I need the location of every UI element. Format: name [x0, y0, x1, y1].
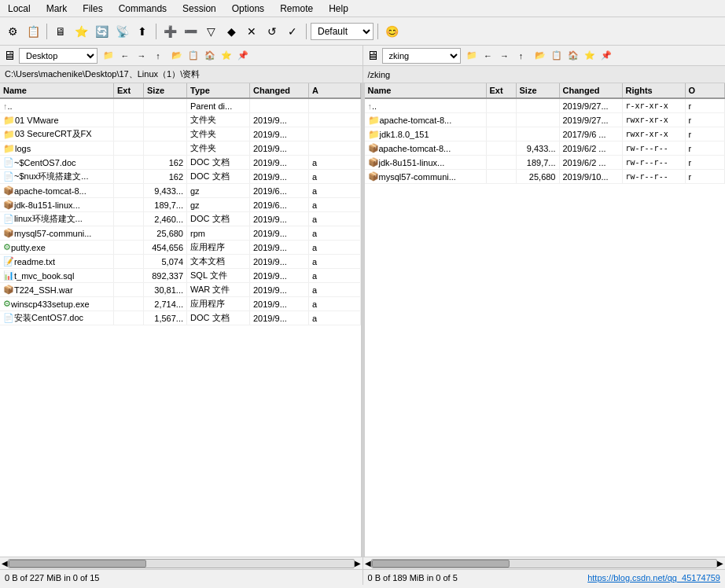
toolbar-sep-4 — [377, 24, 378, 39]
left-address-dropdown[interactable]: Desktop — [19, 48, 98, 64]
left-up-btn[interactable]: ↑ — [150, 48, 166, 64]
toolbar-remove-btn[interactable]: ➖ — [181, 22, 200, 41]
left-col-name[interactable]: Name — [0, 83, 114, 97]
website-link[interactable]: https://blog.csdn.net/qq_45174759 — [587, 573, 720, 582]
left-hscroll-thumb[interactable] — [9, 560, 146, 568]
right-btn2[interactable]: 📋 — [549, 48, 565, 64]
right-browse-btn[interactable]: 📁 — [464, 48, 480, 64]
left-btn3[interactable]: 🏠 — [202, 48, 218, 64]
toolbar-filter-btn[interactable]: ▽ — [201, 22, 220, 41]
right-col-name[interactable]: Name — [365, 83, 487, 97]
address-row: 🖥 Desktop 📁 ← → ↑ 📂 📋 🏠 ⭐ 📌 🖥 zking 📁 ← … — [0, 46, 725, 66]
toolbar-star-btn[interactable]: ⭐ — [72, 22, 90, 41]
table-row[interactable]: 📁01 VMware 文件夹 2019/9... — [0, 113, 361, 127]
table-row[interactable]: 📁apache-tomcat-8... 2019/9/27... rwxr-xr… — [365, 113, 726, 127]
right-address-icons: 📁 ← → ↑ — [464, 48, 529, 64]
toolbar-check-btn[interactable]: ✓ — [283, 22, 302, 41]
menu-local[interactable]: Local — [3, 2, 35, 16]
right-btn3[interactable]: 🏠 — [565, 48, 581, 64]
left-col-type[interactable]: Type — [187, 83, 250, 97]
right-col-size[interactable]: Size — [517, 83, 560, 97]
table-row[interactable]: 📄linux环境搭建文... 2,460... DOC 文档 2019/9...… — [0, 212, 361, 226]
right-btn1[interactable]: 📂 — [532, 48, 548, 64]
menu-files[interactable]: Files — [78, 2, 107, 16]
toolbar-add-btn[interactable]: ➕ — [160, 22, 179, 41]
toolbar-settings-btn[interactable]: ⚙ — [3, 22, 22, 41]
menu-help[interactable]: Help — [324, 2, 353, 16]
table-row[interactable]: ⚙putty.exe 454,656 应用程序 2019/9... a — [0, 241, 361, 255]
toolbar-compare-btn[interactable]: 🖥 — [51, 22, 70, 41]
right-btn4[interactable]: ⭐ — [582, 48, 598, 64]
toolbar-refresh-btn[interactable]: 🔄 — [92, 22, 111, 41]
toolbar-upload-btn[interactable]: ⬆ — [133, 22, 152, 41]
right-col-rights[interactable]: Rights — [623, 83, 686, 97]
table-row[interactable]: ↑.. Parent di... — [0, 99, 361, 113]
left-hscroll-track[interactable] — [8, 559, 355, 568]
table-row[interactable]: 📁logs 文件夹 2019/9... — [0, 141, 361, 156]
toolbar-avatar-btn[interactable]: 😊 — [382, 22, 401, 41]
right-forward-btn[interactable]: → — [497, 48, 513, 64]
left-scroll-right[interactable]: ▶ — [355, 559, 361, 568]
left-browse-btn[interactable]: 📁 — [101, 48, 116, 64]
table-row[interactable]: 📦apache-tomcat-8... 9,433... 2019/6/2 ..… — [365, 141, 726, 156]
table-row[interactable]: 📦T224_SSH.war 30,81... WAR 文件 2019/9... … — [0, 283, 361, 297]
right-col-changed[interactable]: Changed — [560, 83, 623, 97]
table-row[interactable]: 📁03 SecureCRT及FX 文件夹 2019/9... — [0, 127, 361, 141]
right-back-btn[interactable]: ← — [480, 48, 496, 64]
table-row[interactable]: 📊t_mvc_book.sql 892,337 SQL 文件 2019/9...… — [0, 269, 361, 283]
table-row[interactable]: 📝readme.txt 5,074 文本文档 2019/9... a — [0, 255, 361, 269]
table-row[interactable]: 📦mysql57-communi... 25,680 rpm 2019/9...… — [0, 226, 361, 241]
toolbar-copy-btn[interactable]: 📋 — [24, 22, 42, 41]
menu-remote[interactable]: Remote — [275, 2, 318, 16]
left-btn4[interactable]: ⭐ — [219, 48, 234, 64]
main-panels: Name Ext Size Type Changed A ↑.. Parent … — [0, 83, 725, 557]
menu-mark[interactable]: Mark — [42, 2, 72, 16]
toolbar-connect-btn[interactable]: 📡 — [112, 22, 131, 41]
right-address-dropdown[interactable]: zking — [382, 48, 461, 64]
right-btn5[interactable]: 📌 — [598, 48, 614, 64]
left-file-list[interactable]: ↑.. Parent di... 📁01 VMware 文件夹 2019/9..… — [0, 99, 361, 557]
right-path: /zking — [363, 66, 726, 83]
toolbar-diamond-btn[interactable]: ◆ — [222, 22, 241, 41]
status-bar: 0 B of 227 MiB in 0 of 15 0 B of 189 MiB… — [0, 569, 725, 585]
right-up-btn[interactable]: ↑ — [513, 48, 529, 64]
left-toolbar-btns: 📂 📋 🏠 ⭐ 📌 — [169, 48, 251, 64]
right-scroll-right[interactable]: ▶ — [717, 559, 723, 568]
right-col-owner[interactable]: O — [686, 83, 726, 97]
table-row[interactable]: ⚙winscp433setup.exe 2,714... 应用程序 2019/9… — [0, 297, 361, 311]
left-back-btn[interactable]: ← — [117, 48, 133, 64]
toolbar-close-btn[interactable]: ✕ — [242, 22, 261, 41]
right-hscroll-track[interactable] — [371, 559, 718, 568]
table-row[interactable]: 📁jdk1.8.0_151 2017/9/6 ... rwxr-xr-x r — [365, 127, 726, 141]
table-row[interactable]: 📦mysql57-communi... 25,680 2019/9/10... … — [365, 170, 726, 184]
left-scroll-left[interactable]: ◀ — [2, 559, 8, 568]
right-hscroll-thumb[interactable] — [372, 560, 510, 568]
table-row[interactable]: 📄~$nux环境搭建文... 162 DOC 文档 2019/9... a — [0, 170, 361, 184]
right-col-ext[interactable]: Ext — [487, 83, 517, 97]
table-row[interactable]: 📄安装CentOS7.doc 1,567... DOC 文档 2019/9...… — [0, 311, 361, 325]
table-row[interactable]: 📦jdk-8u151-linux... 189,7... gz 2019/6..… — [0, 198, 361, 212]
menu-options[interactable]: Options — [227, 2, 269, 16]
left-btn2[interactable]: 📋 — [186, 48, 201, 64]
left-col-ext[interactable]: Ext — [114, 83, 144, 97]
left-btn1[interactable]: 📂 — [169, 48, 185, 64]
menu-commands[interactable]: Commands — [114, 2, 171, 16]
right-panel: Name Ext Size Changed Rights O ↑.. 2019/… — [365, 83, 726, 557]
profile-dropdown[interactable]: Default — [311, 23, 374, 40]
left-forward-btn[interactable]: → — [134, 48, 149, 64]
table-row[interactable]: 📦jdk-8u151-linux... 189,7... 2019/6/2 ..… — [365, 156, 726, 170]
table-row[interactable]: 📦apache-tomcat-8... 9,433... gz 2019/6..… — [0, 184, 361, 198]
right-file-list[interactable]: ↑.. 2019/9/27... r-xr-xr-x r 📁apache-tom… — [365, 99, 726, 557]
table-row[interactable]: 📄~$CentOS7.doc 162 DOC 文档 2019/9... a — [0, 156, 361, 170]
left-btn5[interactable]: 📌 — [235, 48, 251, 64]
menu-session[interactable]: Session — [178, 2, 221, 16]
address-left: 🖥 Desktop 📁 ← → ↑ 📂 📋 🏠 ⭐ 📌 — [0, 46, 363, 65]
right-scroll-left[interactable]: ◀ — [365, 559, 371, 568]
right-col-header: Name Ext Size Changed Rights O — [365, 83, 726, 99]
hscroll-row: ◀ ▶ ◀ ▶ — [0, 557, 725, 569]
left-col-size[interactable]: Size — [144, 83, 187, 97]
toolbar-sync-btn[interactable]: ↺ — [263, 22, 282, 41]
table-row[interactable]: ↑.. 2019/9/27... r-xr-xr-x r — [365, 99, 726, 113]
left-col-changed[interactable]: Changed — [250, 83, 309, 97]
left-col-attr[interactable]: A — [309, 83, 361, 97]
